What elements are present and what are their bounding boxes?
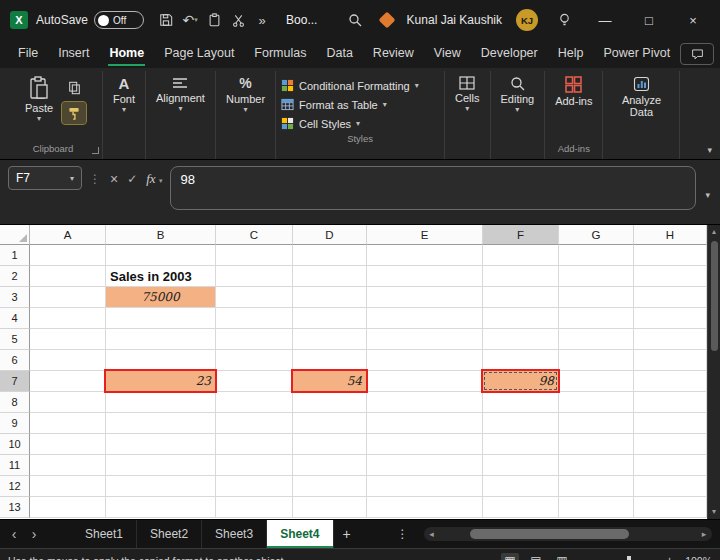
cell-E6[interactable] — [367, 350, 483, 371]
cell-H3[interactable] — [634, 287, 707, 308]
cell-G8[interactable] — [559, 392, 634, 413]
cell-H9[interactable] — [634, 413, 707, 434]
column-header-D[interactable]: D — [293, 225, 367, 245]
cell-G11[interactable] — [559, 455, 634, 476]
cell-C10[interactable] — [216, 434, 293, 455]
cell-E5[interactable] — [367, 329, 483, 350]
enter-icon[interactable]: ✓ — [127, 172, 137, 186]
zoom-out-icon[interactable]: − — [581, 554, 588, 560]
user-name[interactable]: Kunal Jai Kaushik — [407, 13, 502, 27]
scroll-right-icon[interactable]: ▸ — [696, 529, 712, 539]
select-all-corner[interactable] — [0, 225, 30, 245]
cell-C8[interactable] — [216, 392, 293, 413]
cell-F12[interactable] — [483, 476, 559, 497]
cell-H12[interactable] — [634, 476, 707, 497]
cell-A10[interactable] — [30, 434, 106, 455]
cell-H6[interactable] — [634, 350, 707, 371]
cell-F8[interactable] — [483, 392, 559, 413]
cell-F2[interactable] — [483, 266, 559, 287]
cell-G12[interactable] — [559, 476, 634, 497]
minimize-button[interactable]: — — [590, 13, 620, 28]
excel-logo-icon[interactable]: X — [10, 11, 28, 29]
cell-D6[interactable] — [293, 350, 367, 371]
cut-icon[interactable] — [226, 8, 250, 32]
horizontal-scroll-thumb[interactable] — [470, 529, 629, 539]
cancel-icon[interactable]: × — [110, 171, 118, 187]
row-header-7[interactable]: 7 — [0, 371, 30, 392]
search-icon[interactable] — [343, 8, 367, 32]
menu-tab-insert[interactable]: Insert — [48, 40, 99, 68]
sheet-tab-sheet1[interactable]: Sheet1 — [72, 520, 137, 548]
cell-F9[interactable] — [483, 413, 559, 434]
name-box-caret-icon[interactable]: ▾ — [70, 174, 74, 183]
undo-icon[interactable]: ↶▾ — [178, 8, 202, 32]
cell-A11[interactable] — [30, 455, 106, 476]
row-header-12[interactable]: 12 — [0, 476, 30, 497]
cell-C12[interactable] — [216, 476, 293, 497]
row-header-9[interactable]: 9 — [0, 413, 30, 434]
cell-E10[interactable] — [367, 434, 483, 455]
cell-A8[interactable] — [30, 392, 106, 413]
cell-A9[interactable] — [30, 413, 106, 434]
autosave-toggle[interactable]: AutoSave Off — [36, 11, 144, 29]
cell-B13[interactable] — [106, 497, 216, 518]
cell-D9[interactable] — [293, 413, 367, 434]
scroll-up-icon[interactable]: ▴ — [712, 225, 716, 239]
cell-H4[interactable] — [634, 308, 707, 329]
cell-E11[interactable] — [367, 455, 483, 476]
menu-tab-review[interactable]: Review — [363, 40, 424, 68]
cell-H11[interactable] — [634, 455, 707, 476]
cell-F6[interactable] — [483, 350, 559, 371]
cell-E8[interactable] — [367, 392, 483, 413]
cell-C1[interactable] — [216, 245, 293, 266]
cell-A7[interactable] — [30, 371, 106, 392]
cell-H8[interactable] — [634, 392, 707, 413]
cell-B4[interactable] — [106, 308, 216, 329]
menu-tab-data[interactable]: Data — [316, 40, 362, 68]
cell-G1[interactable] — [559, 245, 634, 266]
cell-D7[interactable]: 54 — [293, 371, 367, 392]
row-header-6[interactable]: 6 — [0, 350, 30, 371]
sheet-tab-sheet2[interactable]: Sheet2 — [137, 520, 202, 548]
alignment-button[interactable]: Alignment ▾ — [151, 73, 210, 115]
font-button[interactable]: A Font ▾ — [108, 73, 140, 116]
cell-G13[interactable] — [559, 497, 634, 518]
zoom-slider-thumb[interactable] — [627, 556, 631, 560]
row-header-2[interactable]: 2 — [0, 266, 30, 287]
column-header-H[interactable]: H — [634, 225, 707, 245]
row-header-13[interactable]: 13 — [0, 497, 30, 518]
cell-D3[interactable] — [293, 287, 367, 308]
cell-A2[interactable] — [30, 266, 106, 287]
autosave-switch-icon[interactable]: Off — [94, 11, 144, 29]
cell-G5[interactable] — [559, 329, 634, 350]
close-button[interactable]: × — [678, 13, 708, 28]
new-sheet-button[interactable]: + — [334, 526, 360, 542]
cell-B2[interactable]: Sales in 2003 — [106, 266, 216, 287]
editing-button[interactable]: Editing ▾ — [496, 73, 540, 116]
cell-F11[interactable] — [483, 455, 559, 476]
column-header-C[interactable]: C — [216, 225, 293, 245]
row-header-11[interactable]: 11 — [0, 455, 30, 476]
cell-G10[interactable] — [559, 434, 634, 455]
cell-G6[interactable] — [559, 350, 634, 371]
sheet-tab-sheet3[interactable]: Sheet3 — [202, 520, 267, 548]
column-header-F[interactable]: F — [483, 225, 559, 245]
lightbulb-icon[interactable] — [552, 8, 576, 32]
cell-D1[interactable] — [293, 245, 367, 266]
cell-E2[interactable] — [367, 266, 483, 287]
cell-E3[interactable] — [367, 287, 483, 308]
scroll-left-icon[interactable]: ◂ — [424, 529, 440, 539]
vertical-scroll-thumb[interactable] — [711, 241, 718, 351]
cell-G4[interactable] — [559, 308, 634, 329]
cell-D11[interactable] — [293, 455, 367, 476]
row-header-8[interactable]: 8 — [0, 392, 30, 413]
cell-D4[interactable] — [293, 308, 367, 329]
cell-D12[interactable] — [293, 476, 367, 497]
row-header-10[interactable]: 10 — [0, 434, 30, 455]
cell-B8[interactable] — [106, 392, 216, 413]
normal-view-icon[interactable]: ▦ — [501, 553, 519, 560]
formula-bar-handle-icon[interactable]: ⋮ — [89, 172, 101, 186]
number-button[interactable]: % Number ▾ — [221, 73, 270, 116]
menu-tab-page-layout[interactable]: Page Layout — [154, 40, 244, 68]
column-header-G[interactable]: G — [559, 225, 634, 245]
